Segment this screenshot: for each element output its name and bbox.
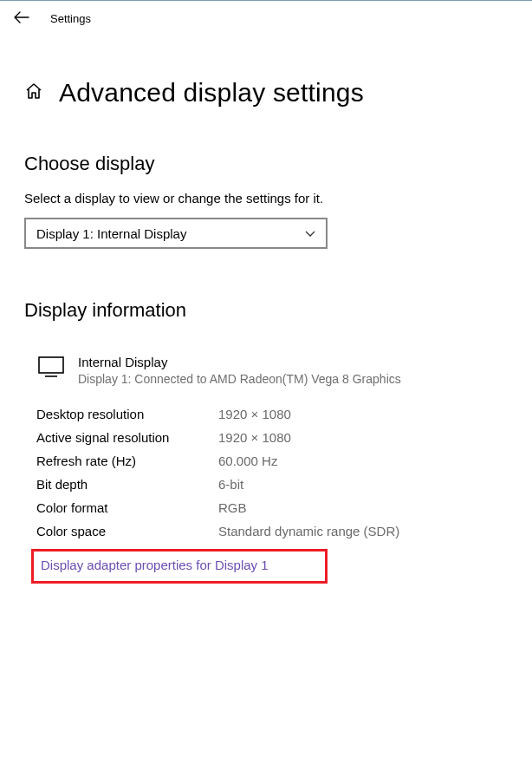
refresh-rate-value: 60.000 Hz (218, 454, 508, 468)
display-information-heading: Display information (24, 299, 508, 322)
display-subtitle: Display 1: Connected to AMD Radeon(TM) V… (78, 372, 401, 386)
display-adapter-properties-link[interactable]: Display adapter properties for Display 1 (41, 558, 269, 572)
bit-depth-label: Bit depth (36, 477, 218, 492)
top-bar: Settings (0, 0, 532, 40)
display-info-grid: Desktop resolution 1920 × 1080 Active si… (24, 407, 508, 538)
desktop-resolution-value: 1920 × 1080 (218, 407, 508, 421)
content-area: Advanced display settings Choose display… (0, 40, 532, 584)
chevron-down-icon (305, 227, 315, 240)
bit-depth-value: 6-bit (218, 477, 508, 492)
refresh-rate-label: Refresh rate (Hz) (36, 454, 218, 468)
desktop-resolution-label: Desktop resolution (36, 407, 218, 421)
highlight-annotation: Display adapter properties for Display 1 (31, 549, 328, 584)
page-header: Advanced display settings (24, 78, 508, 108)
color-space-value: Standard dynamic range (SDR) (218, 524, 508, 538)
display-select-value: Display 1: Internal Display (36, 226, 186, 241)
active-resolution-label: Active signal resolution (36, 430, 218, 445)
choose-display-heading: Choose display (24, 153, 508, 175)
color-format-label: Color format (36, 500, 218, 515)
monitor-icon (38, 356, 64, 381)
active-resolution-value: 1920 × 1080 (218, 430, 508, 445)
svg-rect-0 (39, 357, 63, 373)
color-space-label: Color space (36, 524, 218, 538)
choose-display-desc: Select a display to view or change the s… (24, 191, 508, 206)
back-arrow-icon[interactable] (14, 10, 29, 28)
display-name: Internal Display (78, 355, 401, 369)
page-title: Advanced display settings (59, 78, 364, 108)
color-format-value: RGB (218, 500, 508, 515)
display-select-dropdown[interactable]: Display 1: Internal Display (24, 218, 328, 249)
display-summary: Internal Display Display 1: Connected to… (24, 355, 508, 386)
topbar-title: Settings (50, 12, 91, 25)
home-icon[interactable] (24, 82, 43, 103)
